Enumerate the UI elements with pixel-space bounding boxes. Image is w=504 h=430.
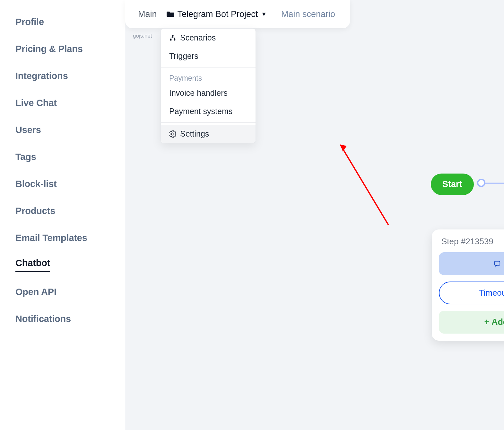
project-dropdown-menu: Scenarios Triggers Payments Invoice hand…: [161, 28, 256, 143]
annotation-arrow: [331, 138, 395, 235]
dropdown-item-payment-systems[interactable]: Payment systems: [161, 102, 256, 121]
sidebar-item-label: Products: [15, 206, 55, 216]
breadcrumb-project-dropdown[interactable]: Telegram Bot Project ▼: [161, 9, 273, 19]
dropdown-section-payments: Payments: [161, 69, 256, 84]
canvas[interactable]: Main Telegram Bot Project ▼ Main scenari…: [125, 0, 504, 430]
dropdown-item-invoice-handlers[interactable]: Invoice handlers: [161, 84, 256, 102]
dropdown-item-label: Settings: [180, 129, 209, 139]
flow-port-start-out[interactable]: [477, 179, 485, 187]
gear-icon: [169, 130, 176, 138]
message-command-icon: [494, 260, 501, 267]
dropdown-item-label: Scenarios: [180, 33, 216, 42]
sidebar-item-email-templates[interactable]: Email Templates: [0, 224, 125, 251]
sitemap-icon: [169, 34, 176, 41]
step-add-block-button[interactable]: + Add block: [439, 311, 504, 334]
dropdown-item-label: Triggers: [169, 51, 198, 61]
sidebar-item-label: Integrations: [15, 71, 68, 81]
folder-icon: [167, 11, 174, 17]
svg-rect-2: [170, 39, 172, 40]
sidebar-item-profile[interactable]: Profile: [0, 8, 125, 35]
breadcrumb-main[interactable]: Main: [134, 9, 161, 19]
sidebar: Profile Pricing & Plans Integrations Liv…: [0, 0, 125, 430]
dropdown-item-triggers[interactable]: Triggers: [161, 47, 256, 65]
svg-rect-6: [495, 261, 500, 265]
sidebar-item-integrations[interactable]: Integrations: [0, 62, 125, 89]
sidebar-item-pricing-plans[interactable]: Pricing & Plans: [0, 35, 125, 62]
sidebar-item-label: Pricing & Plans: [15, 44, 83, 54]
sidebar-item-block-list[interactable]: Block-list: [0, 170, 125, 197]
step-block-start-command[interactable]: /start: [439, 252, 504, 275]
breadcrumb-bar: Main Telegram Bot Project ▼ Main scenari…: [125, 0, 350, 28]
dropdown-item-settings[interactable]: Settings: [161, 125, 256, 143]
sidebar-item-label: Open API: [15, 287, 56, 297]
sidebar-item-notifications[interactable]: Notifications: [0, 305, 125, 332]
sidebar-item-chatbot[interactable]: Chatbot: [0, 251, 125, 278]
sidebar-item-label: Users: [15, 125, 41, 135]
breadcrumb-scenario[interactable]: Main scenario: [275, 9, 341, 19]
breadcrumb-project-label: Telegram Bot Project: [178, 9, 258, 19]
step-block-label: Timeout in 24 hr: [479, 288, 504, 298]
sidebar-item-open-api[interactable]: Open API: [0, 278, 125, 305]
sidebar-item-label: Block-list: [15, 179, 57, 189]
dropdown-separator: [161, 122, 256, 123]
flow-node-label: Start: [442, 179, 462, 189]
step-header: Step #213539: [439, 236, 504, 252]
dropdown-separator: [161, 67, 256, 67]
sidebar-item-label: Email Templates: [15, 233, 87, 243]
flow-node-start[interactable]: Start: [431, 174, 474, 195]
canvas-watermark: gojs.net: [133, 33, 152, 39]
dropdown-item-label: Payment systems: [169, 107, 232, 116]
dropdown-item-scenarios[interactable]: Scenarios: [161, 29, 256, 47]
step-title: Step #213539: [441, 237, 493, 246]
sidebar-item-tags[interactable]: Tags: [0, 143, 125, 170]
step-block-label: + Add block: [484, 317, 504, 327]
breadcrumb-divider: [274, 7, 274, 21]
flow-node-step[interactable]: Step #213539 /start Timeout in 24 hr + +…: [432, 229, 504, 341]
dropdown-item-label: Invoice handlers: [169, 88, 228, 98]
sidebar-item-label: Tags: [15, 152, 36, 162]
sidebar-item-label: Profile: [15, 17, 44, 27]
sidebar-item-users[interactable]: Users: [0, 116, 125, 143]
svg-point-1: [172, 35, 174, 37]
sidebar-item-live-chat[interactable]: Live Chat: [0, 89, 125, 116]
sidebar-item-label: Notifications: [15, 314, 71, 324]
caret-down-icon: ▼: [261, 11, 267, 18]
step-block-timeout[interactable]: Timeout in 24 hr +: [439, 282, 504, 304]
sidebar-item-label: Live Chat: [15, 98, 57, 108]
svg-rect-3: [174, 39, 176, 40]
svg-marker-5: [340, 145, 347, 152]
sidebar-item-products[interactable]: Products: [0, 197, 125, 224]
sidebar-item-label: Chatbot: [15, 258, 50, 272]
svg-line-4: [340, 145, 388, 225]
